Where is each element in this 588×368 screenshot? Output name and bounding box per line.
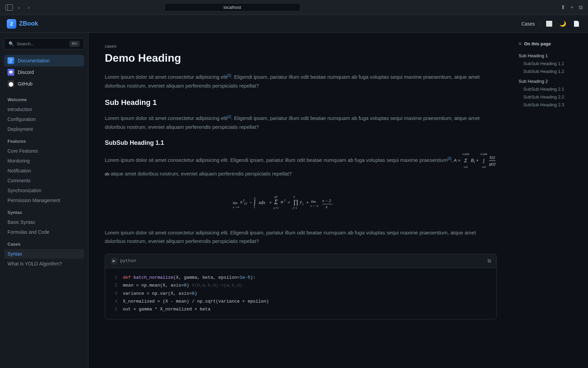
svg-text:n: n	[281, 199, 283, 204]
code-block: ▶ python ⧉ 1 def batch_normalize(X, gamm…	[105, 254, 497, 319]
code-header: ▶ python ⧉	[105, 254, 496, 268]
svg-text:lim: lim	[233, 201, 238, 205]
nav-github[interactable]: ⬤ GitHub	[4, 78, 84, 90]
code-text: out = gamma * X_normalized + beta	[123, 305, 210, 313]
code-line-5: 5 out = gamma * X_normalized + beta	[111, 305, 491, 313]
toc-item-sub1[interactable]: Sub Heading 1	[519, 52, 583, 60]
address-bar[interactable]: localhost	[164, 3, 300, 12]
toc-item-subsub-2-2[interactable]: SubSub Heading 2.2	[519, 93, 583, 101]
code-text: X_normalized = (X - mean) / np.sqrt(vari…	[123, 297, 269, 305]
sidebar: 🔍 Search... ⌘K Z Documentation 💬 Discord…	[0, 33, 88, 368]
login-icon-btn[interactable]: ⬜	[544, 19, 554, 29]
browser-controls: ‹ ›	[5, 4, 32, 11]
math-formula-block: lim x→∞ x 2 22 − 5 ∫ 1 xdx + 20 Σ	[105, 186, 497, 221]
browser-chrome: ‹ › localhost ⬆ ＋ ⧉	[0, 0, 588, 15]
discord-icon: 💬	[7, 69, 14, 76]
code-body: 1 def batch_normalize(X, gamma, beta, ep…	[105, 268, 496, 319]
subsection1-heading: SubSub Heading 1.1	[105, 139, 497, 147]
svg-text:=: =	[287, 200, 290, 205]
forward-button[interactable]: ›	[25, 4, 32, 11]
section-title-cases: Cases	[4, 240, 84, 249]
add-tab-icon[interactable]: ＋	[569, 4, 575, 11]
toc-title: On this page	[524, 41, 551, 46]
svg-text:x: x	[240, 199, 243, 204]
svg-text:xdx: xdx	[258, 200, 265, 205]
sidebar-section-cases: Cases Syntax What Is YOLO Algorithm?	[0, 240, 88, 269]
sidebar-item-configuration[interactable]: Configuration	[4, 114, 84, 124]
section1-heading: Sub Heading 1	[105, 98, 497, 107]
logo-text: ZBook	[19, 20, 38, 27]
sidebar-item-basic-syntax[interactable]: Basic Syntax	[4, 217, 84, 227]
svg-text:lim: lim	[311, 199, 316, 203]
toc-item-subsub-2-3[interactable]: SubSub Heading 2.3	[519, 101, 583, 109]
code-line-3: 3 variance = np.var(X, axis=0)	[111, 290, 491, 297]
line-number: 3	[111, 290, 117, 297]
split-view-icon[interactable]: ⧉	[579, 4, 583, 11]
sidebar-item-monitoring[interactable]: Monitoring	[4, 156, 84, 166]
intro-paragraph: Lorem ipsum dolor sit amet consectetur a…	[105, 73, 497, 90]
code-copy-button[interactable]: ⧉	[488, 258, 491, 264]
browser-actions: ⬆ ＋ ⧉	[561, 4, 583, 11]
nav-documentation[interactable]: Z Documentation	[4, 55, 84, 66]
code-line-2: 2 mean = np.mean(X, axis=0) #(b,w,h,d)->…	[111, 281, 491, 289]
section1-text: Lorem ipsum dolor sit amet consectetur a…	[105, 114, 497, 131]
svg-text:y: y	[299, 199, 302, 204]
sidebar-item-synchronization[interactable]: Synchronization	[4, 186, 84, 195]
documentation-icon: Z	[7, 57, 14, 64]
share-icon[interactable]: ⬆	[561, 4, 565, 11]
translate-icon-btn[interactable]: 📄	[572, 19, 581, 29]
sidebar-item-syntax[interactable]: Syntax	[4, 249, 84, 259]
section-title-welcome: Welcome	[4, 95, 84, 104]
app: Z ZBook Cases | ⬜ 🌙 📄 🔍 Search... ⌘K Z	[0, 15, 588, 368]
svg-text:Σ: Σ	[274, 199, 278, 205]
svg-text:j=1: j=1	[292, 206, 297, 210]
toc-item-subsub-1-1[interactable]: SubSub Heading 1.1	[519, 60, 583, 67]
toc-item-subsub-2-1[interactable]: SubSub Heading 2.1	[519, 85, 583, 93]
cases-link[interactable]: Cases	[521, 21, 535, 27]
code-text: mean = np.mean(X, axis=0) #(b,w,h,d)->(w…	[123, 281, 242, 289]
toc-item-sub2[interactable]: Sub Heading 2	[519, 77, 583, 85]
code-line-1: 1 def batch_normalize(X, gamma, beta, ep…	[111, 274, 491, 281]
page-title: Demo Heading	[105, 51, 497, 64]
header-right: Cases | ⬜ 🌙 📄	[521, 19, 581, 29]
content-area: cases Demo Heading Lorem ipsum dolor sit…	[88, 33, 513, 368]
svg-text:x: x	[325, 204, 328, 209]
sidebar-item-deployment[interactable]: Deployment	[4, 124, 84, 134]
breadcrumb: cases	[105, 44, 497, 49]
toc-header: ≡ On this page	[519, 41, 583, 46]
sidebar-toggle-btn[interactable]	[5, 4, 13, 11]
svg-text:j: j	[302, 202, 304, 205]
line-number: 5	[111, 305, 117, 313]
toc-icon: ≡	[519, 41, 521, 46]
nav-discord-label: Discord	[18, 70, 34, 75]
sidebar-item-comments[interactable]: Comments	[4, 176, 84, 185]
sidebar-item-formulas-code[interactable]: Formulas and Code	[4, 227, 84, 237]
line-number: 2	[111, 281, 117, 289]
code-line-4: 4 X_normalized = (X - mean) / np.sqrt(va…	[111, 297, 491, 305]
search-box[interactable]: 🔍 Search... ⌘K	[4, 38, 84, 49]
back-button[interactable]: ‹	[16, 4, 22, 11]
sidebar-item-core-features[interactable]: Core Features	[4, 146, 84, 156]
section-title-syntax: Syntax	[4, 208, 84, 217]
line-number: 4	[111, 297, 117, 305]
sidebar-item-yolo[interactable]: What Is YOLO Algorithm?	[4, 259, 84, 269]
subsection1-text: Lorem ipsum dolor sit amet consectetur a…	[105, 152, 497, 178]
svg-text:x→∞: x→∞	[233, 205, 239, 209]
code-text: variance = np.var(X, axis=0)	[123, 290, 197, 297]
theme-toggle-btn[interactable]: 🌙	[558, 19, 568, 29]
app-header: Z ZBook Cases | ⬜ 🌙 📄	[0, 15, 588, 33]
toc-panel: ≡ On this page Sub Heading 1 SubSub Head…	[513, 33, 588, 368]
sidebar-item-introduction[interactable]: introduction	[4, 105, 84, 114]
sidebar-item-permission-management[interactable]: Permission Management	[4, 196, 84, 205]
code-lang-label: python	[120, 258, 136, 263]
logo[interactable]: Z ZBook	[7, 19, 38, 29]
svg-text:2: 2	[284, 199, 285, 202]
after-math-text: Lorem ipsum dolor sit amet consectetur a…	[105, 228, 497, 246]
line-number: 1	[111, 274, 117, 281]
main-layout: 🔍 Search... ⌘K Z Documentation 💬 Discord…	[0, 33, 588, 368]
nav-discord[interactable]: 💬 Discord	[4, 66, 84, 78]
toc-item-subsub-1-2[interactable]: SubSub Heading 1.2	[519, 67, 583, 75]
sidebar-item-notification[interactable]: Notification	[4, 166, 84, 175]
svg-text:n=1: n=1	[274, 206, 279, 210]
nav-documentation-label: Documentation	[18, 58, 50, 63]
